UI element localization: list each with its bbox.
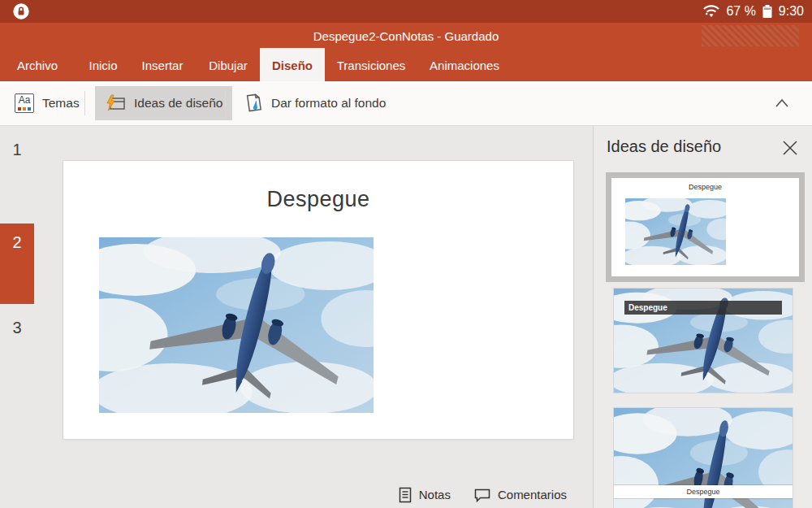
- slide-rail-number: 2: [0, 233, 34, 252]
- bottom-bar: Notas Comentarios: [0, 481, 593, 508]
- document-title: Despegue2-ConNotas - Guardado: [0, 23, 812, 50]
- notes-button[interactable]: Notas: [398, 487, 451, 503]
- collapse-ribbon-chevron-up-icon[interactable]: [771, 96, 793, 111]
- tab-inicio[interactable]: Inicio: [89, 50, 117, 81]
- themes-button[interactable]: Aa Temas: [5, 86, 89, 120]
- slide-canvas[interactable]: Despegue: [63, 161, 573, 439]
- slide-rail-item-3[interactable]: 3: [0, 319, 34, 337]
- design-ideas-panel: Ideas de diseño Despegue Despegue: [593, 126, 812, 508]
- design-thumbnail-1[interactable]: Despegue: [606, 172, 805, 282]
- comments-button[interactable]: Comentarios: [473, 487, 567, 503]
- tab-insertar[interactable]: Insertar: [142, 50, 184, 81]
- format-background-label: Dar formato al fondo: [271, 96, 386, 111]
- design-thumbnail-3[interactable]: Despegue: [614, 408, 793, 508]
- comments-icon: [473, 487, 491, 503]
- format-background-icon: [242, 93, 263, 114]
- tab-dibujar[interactable]: Dibujar: [209, 50, 248, 81]
- panel-title: Ideas de diseño: [607, 137, 721, 156]
- close-icon[interactable]: [780, 137, 801, 158]
- battery-percent: 67 %: [726, 4, 755, 19]
- tab-diseno-label: Diseño: [272, 50, 313, 81]
- notes-icon: [398, 487, 412, 503]
- format-background-button[interactable]: Dar formato al fondo: [232, 86, 395, 120]
- clock: 9:30: [779, 4, 804, 19]
- toolbar-divider: [84, 91, 85, 115]
- tab-archivo[interactable]: Archivo: [17, 50, 58, 81]
- slide-rail-item-2-selected[interactable]: 2: [0, 224, 34, 304]
- thumbnail-title-text: Despegue: [611, 183, 799, 191]
- app-title-bar: Despegue2-ConNotas - Guardado: [0, 23, 812, 50]
- design-ideas-button[interactable]: Ideas de diseño: [95, 86, 232, 120]
- android-status-bar: 67 % 9:30: [0, 0, 812, 23]
- tab-animaciones[interactable]: Animaciones: [430, 50, 499, 81]
- slide-title-text[interactable]: Despegue: [63, 187, 573, 212]
- design-ideas-label: Ideas de diseño: [134, 96, 222, 111]
- comments-label: Comentarios: [498, 488, 567, 501]
- tab-transiciones[interactable]: Transiciones: [337, 50, 405, 81]
- thumbnail-title-band: Despegue: [614, 485, 793, 498]
- airplane-photo: [625, 198, 726, 265]
- account-name-redacted: [702, 25, 799, 46]
- design-thumbnail-2[interactable]: Despegue: [614, 289, 793, 393]
- toolbar-divider: [225, 91, 226, 115]
- design-ideas-icon: [105, 93, 126, 113]
- battery-icon: [762, 3, 773, 20]
- design-thumbnail-1-slide: Despegue: [611, 178, 799, 276]
- rotation-lock-icon: [11, 2, 31, 21]
- themes-label: Temas: [42, 96, 80, 111]
- thumbnail-title-banner: Despegue: [624, 301, 782, 315]
- notes-label: Notas: [419, 488, 451, 501]
- themes-icon: Aa: [15, 93, 34, 113]
- slide-rail-item-1[interactable]: 1: [0, 141, 34, 159]
- ribbon-tab-bar: Archivo Inicio Insertar Dibujar Diseño T…: [0, 50, 812, 81]
- airplane-photo[interactable]: [99, 237, 374, 413]
- tab-diseno-selected[interactable]: Diseño: [260, 48, 325, 81]
- editor-area: 1 2 3 Despegue Notas Comentarios: [0, 126, 812, 508]
- ribbon-commands-bar: Aa Temas Ideas de diseño Dar formato al …: [0, 81, 812, 126]
- wifi-icon: [702, 3, 720, 20]
